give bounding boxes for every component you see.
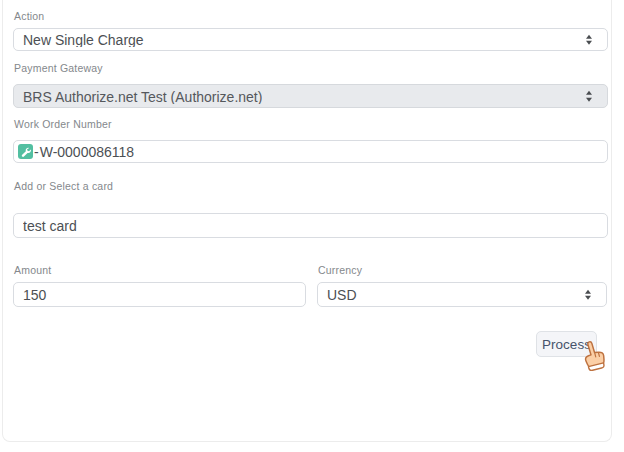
amount-input[interactable]: [13, 282, 306, 307]
dual-arrow-icon: [586, 34, 592, 45]
action-select-value: New Single Charge: [23, 32, 144, 47]
work-order-separator: -: [34, 144, 39, 160]
wrench-icon: [18, 144, 33, 159]
currency-select[interactable]: USD: [317, 282, 607, 307]
currency-label: Currency: [318, 264, 362, 276]
dual-arrow-icon: [585, 289, 591, 300]
process-button[interactable]: Process: [536, 331, 597, 357]
card-input[interactable]: [13, 213, 608, 238]
payment-gateway-select-value: BRS Authorize.net Test (Authorize.net): [23, 89, 262, 104]
work-order-number-label: Work Order Number: [14, 118, 112, 130]
payment-gateway-select: BRS Authorize.net Test (Authorize.net): [13, 84, 608, 108]
action-label: Action: [14, 10, 44, 22]
currency-select-value: USD: [327, 287, 357, 302]
card-label: Add or Select a card: [14, 180, 113, 192]
payment-gateway-label: Payment Gateway: [14, 62, 103, 74]
amount-label: Amount: [14, 264, 51, 276]
action-select[interactable]: New Single Charge: [13, 28, 608, 51]
dual-arrow-icon: [586, 91, 592, 102]
work-order-number-input[interactable]: - W-0000086118: [13, 140, 608, 163]
work-order-number-value: W-0000086118: [40, 144, 134, 160]
